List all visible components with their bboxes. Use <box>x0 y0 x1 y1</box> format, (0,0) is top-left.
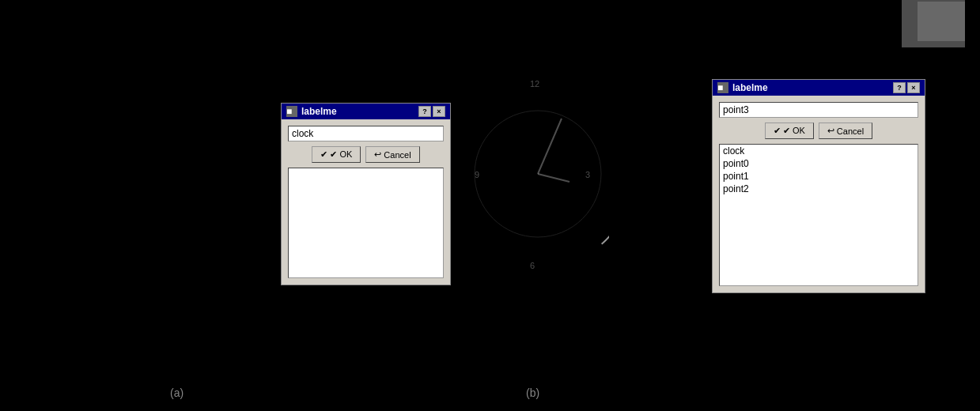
dialog-a-ok-label: ✔ OK <box>330 149 352 160</box>
dialog-b-title: labelme <box>732 82 768 93</box>
dialog-b-cancel-button[interactable]: ↩ Cancel <box>819 123 872 139</box>
dialog-b-ok-button[interactable]: ✔ ✔ OK <box>765 123 814 139</box>
caption-b: (b) <box>526 386 539 399</box>
dialog-b-close-btn[interactable]: × <box>907 82 920 93</box>
dialog-a-input[interactable] <box>288 126 444 141</box>
svg-line-3 <box>538 174 569 182</box>
dialog-b-body: ✔ ✔ OK ↩ Cancel clock point0 point1 poin… <box>713 96 925 292</box>
dialog-a-close-btn[interactable]: × <box>433 106 445 117</box>
dialog-a-button-row: ✔ ✔ OK ↩ Cancel <box>288 146 444 163</box>
dialog-b-help-btn[interactable]: ? <box>893 82 906 93</box>
dialog-a-cancel-label: Cancel <box>384 150 411 160</box>
list-item-clock[interactable]: clock <box>720 145 918 157</box>
dialog-a-cancel-button[interactable]: ↩ Cancel <box>365 146 419 163</box>
dialog-b-controls[interactable]: ? × <box>893 82 920 93</box>
dialog-a-help-btn[interactable]: ? <box>418 106 431 117</box>
svg-text:3: 3 <box>585 170 590 179</box>
dialog-a-titlebar: ■ labelme ? × <box>282 104 450 119</box>
bg-patch-2 <box>918 2 965 41</box>
dialog-b-icon: ■ <box>717 82 728 93</box>
dialog-b-titlebar: ■ labelme ? × <box>713 80 925 96</box>
dialog-a: ■ labelme ? × ✔ ✔ OK ↩ Cancel <box>281 103 451 285</box>
dialog-a-controls[interactable]: ? × <box>418 106 445 117</box>
list-item-point2[interactable]: point2 <box>720 183 918 195</box>
dialog-a-listbox[interactable] <box>288 168 444 278</box>
dialog-a-title-left: ■ labelme <box>286 106 337 117</box>
dialog-b-ok-label: ✔ OK <box>783 126 805 136</box>
list-item-point0[interactable]: point0 <box>720 157 918 170</box>
ok-icon-b: ✔ <box>774 126 781 136</box>
dialog-b-button-row: ✔ ✔ OK ↩ Cancel <box>719 123 918 139</box>
cancel-icon-b: ↩ <box>827 126 834 136</box>
dialog-a-icon: ■ <box>286 106 297 117</box>
dialog-b: ■ labelme ? × ✔ ✔ OK ↩ Cancel clock poin… <box>712 79 925 293</box>
list-item-point1[interactable]: point1 <box>720 170 918 183</box>
cancel-icon: ↩ <box>374 149 381 160</box>
ok-icon: ✔ <box>320 149 327 160</box>
dialog-a-title: labelme <box>301 106 337 117</box>
dialog-b-input[interactable] <box>719 102 918 118</box>
caption-a: (a) <box>170 386 184 399</box>
svg-line-2 <box>538 119 562 174</box>
dialog-b-title-left: ■ labelme <box>717 82 768 93</box>
dialog-b-listbox[interactable]: clock point0 point1 point2 <box>719 144 918 286</box>
dialog-b-cancel-label: Cancel <box>837 126 864 136</box>
dialog-a-body: ✔ ✔ OK ↩ Cancel <box>282 119 450 285</box>
svg-text:12: 12 <box>530 79 539 89</box>
clock-visual: 12 3 6 9 <box>467 55 609 277</box>
svg-text:6: 6 <box>530 261 535 270</box>
svg-text:9: 9 <box>475 170 479 179</box>
dialog-a-ok-button[interactable]: ✔ ✔ OK <box>312 146 361 163</box>
